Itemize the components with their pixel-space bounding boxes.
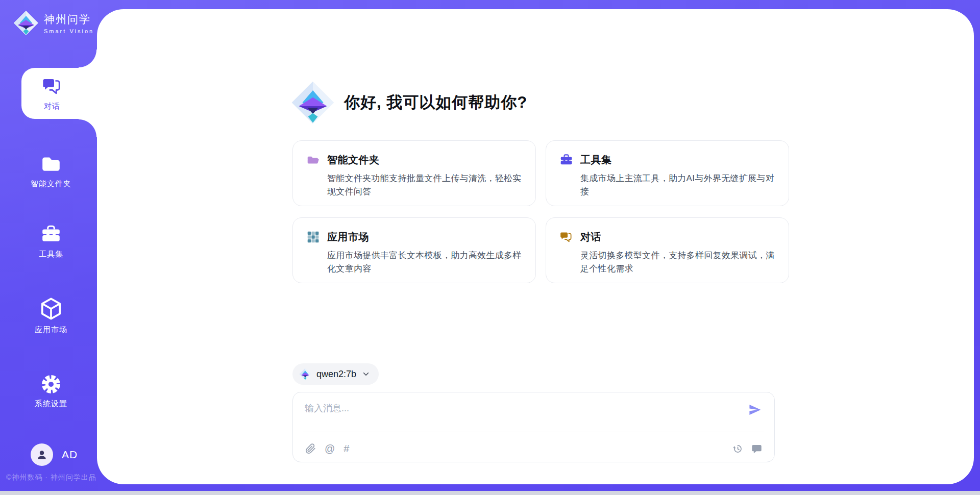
card-title: 应用市场	[327, 230, 369, 244]
person-icon	[35, 448, 48, 461]
paperclip-icon[interactable]	[305, 443, 316, 454]
card-description: 应用市场提供丰富长文本模板，助力高效生成多样化文章内容	[327, 249, 522, 275]
card-description: 灵活切换多模型文件，支持多样回复效果调试，满足个性化需求	[580, 249, 775, 275]
user-account[interactable]: AD	[31, 443, 78, 466]
card-app-market[interactable]: 应用市场 应用市场提供丰富长文本模板，助力高效生成多样化文章内容	[292, 217, 536, 283]
mention-icon[interactable]: @	[325, 443, 335, 454]
comment-icon[interactable]	[751, 443, 762, 454]
copyright-footer: ©神州数码 · 神州问学出品	[6, 473, 96, 482]
sidebar-item-app-market[interactable]: 应用市场	[21, 297, 81, 335]
card-toolset[interactable]: 工具集 集成市场上主流工具，助力AI与外界无缝扩展与对接	[546, 140, 789, 206]
sidebar-item-label: 工具集	[39, 250, 63, 259]
sidebar-item-chat[interactable]: 对话	[21, 68, 97, 119]
tab-fillet-top	[79, 50, 97, 68]
briefcase-icon	[40, 224, 62, 245]
folder-icon	[40, 153, 62, 175]
model-diamond-icon	[299, 368, 311, 380]
brand-subtitle: Smart Vision	[44, 28, 94, 34]
sidebar-item-settings[interactable]: 系统设置	[21, 374, 81, 409]
card-title: 工具集	[580, 153, 612, 167]
chat-bubbles-icon	[41, 76, 63, 97]
chevron-down-icon	[362, 370, 370, 378]
card-smart-folder[interactable]: 智能文件夹 智能文件夹功能支持批量文件上传与清洗，轻松实现文件问答	[292, 140, 536, 206]
card-title: 对话	[580, 230, 601, 244]
app-window: 神州问学 Smart Vision 对话 智能文件夹 工具集 应用市场 系统设置	[0, 0, 980, 495]
sidebar-item-label: 智能文件夹	[31, 179, 71, 189]
model-selector[interactable]: qwen2:7b	[292, 363, 379, 385]
sidebar-item-label: 应用市场	[35, 325, 67, 335]
message-composer: @ #	[292, 392, 775, 462]
sidebar-item-toolset[interactable]: 工具集	[21, 224, 81, 259]
grid-icon	[306, 230, 320, 244]
hashtag-icon[interactable]: #	[344, 443, 349, 454]
folder-open-icon	[306, 153, 320, 167]
composer-tools-left: @ #	[305, 443, 349, 454]
feature-cards: 智能文件夹 智能文件夹功能支持批量文件上传与清洗，轻松实现文件问答 工具集 集成…	[292, 140, 775, 283]
chat-bubbles-icon	[559, 230, 573, 244]
brand-diamond-icon	[13, 10, 39, 36]
model-name: qwen2:7b	[316, 369, 356, 380]
gear-icon	[41, 374, 61, 394]
history-icon[interactable]	[732, 443, 743, 454]
greeting-diamond-icon	[291, 81, 335, 125]
message-input[interactable]	[305, 400, 723, 416]
card-chat[interactable]: 对话 灵活切换多模型文件，支持多样回复效果调试，满足个性化需求	[546, 217, 789, 283]
composer-tools-right	[732, 443, 762, 454]
card-title: 智能文件夹	[327, 153, 380, 167]
brand-logo-block: 神州问学 Smart Vision	[13, 10, 94, 36]
sidebar-item-label: 系统设置	[35, 399, 67, 409]
greeting-block: 你好, 我可以如何帮助你?	[291, 81, 527, 125]
avatar	[31, 443, 53, 466]
brand-name: 神州问学	[44, 12, 94, 27]
composer-divider	[303, 432, 764, 432]
card-description: 集成市场上主流工具，助力AI与外界无缝扩展与对接	[580, 172, 775, 198]
briefcase-icon	[559, 153, 573, 167]
sidebar-item-smart-folder[interactable]: 智能文件夹	[21, 153, 81, 189]
user-name: AD	[62, 449, 78, 461]
tab-fillet-bottom	[79, 119, 97, 137]
cube-icon	[39, 297, 63, 320]
greeting-text: 你好, 我可以如何帮助你?	[344, 92, 527, 113]
sidebar-item-label: 对话	[44, 102, 60, 111]
send-icon[interactable]	[748, 403, 762, 416]
horizontal-scrollbar[interactable]	[0, 491, 980, 495]
card-description: 智能文件夹功能支持批量文件上传与清洗，轻松实现文件问答	[327, 172, 522, 198]
